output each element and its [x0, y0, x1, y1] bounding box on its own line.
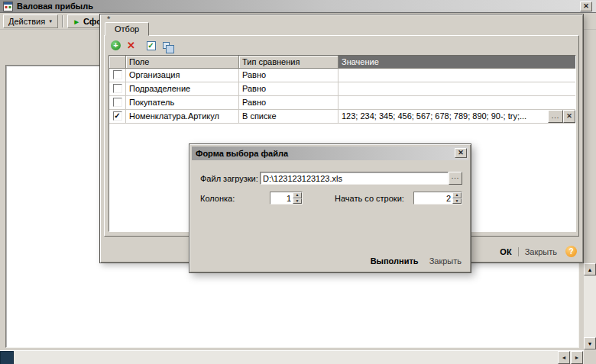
run-button[interactable]: Выполнить — [371, 256, 419, 266]
table-row[interactable]: Покупатель Равно — [109, 96, 575, 110]
cell-value — [338, 69, 575, 82]
dialog-title: Форма выбора файла — [196, 149, 288, 158]
cell-comparison: Равно — [239, 82, 338, 96]
actions-label: Действия — [8, 17, 45, 26]
play-icon: ► — [73, 18, 80, 26]
set-flags-button[interactable]: ✓ — [144, 39, 157, 52]
cell-comparison: Равно — [239, 96, 338, 110]
cell-field: Номенклатура.Артикул — [126, 110, 239, 124]
cell-value: 123; 234; 345; 456; 567; 678; 789; 890; … — [338, 110, 575, 124]
tab-otbor[interactable]: Отбор — [105, 22, 149, 36]
cell-field: Покупатель — [126, 96, 239, 110]
vscroll-up-button[interactable]: ▲ — [584, 263, 596, 275]
spin-up-button[interactable]: ▲ — [452, 192, 462, 198]
cell-value — [338, 96, 575, 110]
main-close-button[interactable]: ✕ — [580, 2, 592, 11]
actions-menu-button[interactable]: Действия ▼ — [3, 14, 58, 28]
close-icon: ✕ — [458, 149, 464, 157]
column-header-comparison[interactable]: Тип сравнения — [239, 56, 338, 69]
checkmark-icon: ✓ — [114, 111, 120, 120]
close-button[interactable]: Закрыть — [525, 247, 557, 256]
column-label: Колонка: — [200, 194, 235, 203]
cell-flag: ✓ — [109, 110, 126, 124]
cell-value — [338, 82, 575, 96]
cell-field: Подразделение — [126, 82, 239, 96]
table-row[interactable]: ✓ Номенклатура.Артикул В списке 123; 234… — [109, 110, 575, 124]
vertical-scrollbar[interactable]: ▲ ▼ — [584, 263, 596, 350]
table-row[interactable]: Организация Равно — [109, 69, 575, 82]
row-checkbox-checked[interactable]: ✓ — [113, 111, 122, 121]
vscroll-down-button[interactable]: ▼ — [584, 337, 596, 350]
column-header-field[interactable]: Поле — [126, 56, 239, 69]
cell-comparison: В списке — [239, 110, 338, 124]
cell-flag — [109, 82, 126, 96]
arrow-up-icon: ▲ — [588, 267, 593, 272]
column-header-value[interactable]: Значение — [338, 56, 575, 69]
dropdown-arrow-icon: ▼ — [48, 19, 53, 24]
main-window-title: Валовая прибыль — [17, 2, 93, 11]
column-spinner: ▲ ▼ — [270, 192, 303, 205]
browse-button[interactable]: ... — [449, 172, 462, 185]
add-row-button[interactable]: + — [109, 39, 122, 52]
row-checkbox[interactable] — [113, 70, 122, 79]
column-header-checkbox[interactable] — [109, 56, 126, 69]
filter-toolbar: + ✕ ✓ — [109, 39, 173, 52]
application-screen: Валовая прибыль ✕ Действия ▼ ► Сформ ◄ ►… — [0, 0, 596, 364]
start-row-spinner: ▲ ▼ — [413, 192, 462, 205]
spin-down-button[interactable]: ▼ — [293, 198, 302, 205]
delete-icon: ✕ — [127, 40, 135, 51]
column-input[interactable] — [270, 192, 293, 204]
table-row[interactable]: Подразделение Равно — [109, 82, 575, 96]
hscroll-right-button[interactable]: ► — [571, 351, 583, 364]
file-dialog: Форма выбора файла ✕ Файл загрузки: ... … — [189, 143, 471, 273]
dialog-buttons: Выполнить Закрыть — [371, 256, 462, 266]
help-button[interactable]: ? — [565, 246, 577, 257]
start-row-spin-buttons: ▲ ▼ — [452, 192, 462, 204]
cell-field: Организация — [126, 69, 239, 82]
spin-up-button[interactable]: ▲ — [293, 192, 302, 198]
row-checkbox[interactable] — [113, 98, 122, 107]
spin-down-button[interactable]: ▼ — [452, 198, 462, 205]
horizontal-scrollbar[interactable]: ◄ ► — [0, 350, 584, 364]
dialog-titlebar: Форма выбора файла ✕ — [192, 147, 468, 160]
value-clear-button[interactable]: ✕ — [563, 110, 575, 123]
dialog-close-text-button[interactable]: Закрыть — [429, 256, 462, 266]
file-path-input[interactable] — [260, 172, 449, 185]
start-row-input[interactable] — [414, 192, 452, 204]
ellipsis-icon: ... — [452, 172, 460, 180]
delete-row-button[interactable]: ✕ — [125, 39, 138, 52]
cell-comparison: Равно — [239, 69, 338, 82]
toolbar-separator — [62, 15, 63, 27]
hscroll-left-button[interactable]: ◄ — [558, 351, 570, 364]
value-text: 123; 234; 345; 456; 567; 678; 789; 890; … — [342, 111, 526, 121]
ok-button[interactable]: ОК — [500, 247, 511, 256]
hscroll-dark-block[interactable] — [0, 351, 14, 364]
start-row-label: Начать со строки: — [335, 194, 404, 203]
file-label: Файл загрузки: — [200, 174, 258, 183]
table-header: Поле Тип сравнения Значение — [109, 56, 575, 69]
arrow-down-icon: ▼ — [588, 341, 593, 346]
cell-flag — [109, 96, 126, 110]
arrow-left-icon: ◄ — [562, 355, 567, 360]
column-spin-buttons: ▲ ▼ — [293, 192, 302, 204]
main-titlebar: Валовая прибыль ✕ — [0, 0, 596, 13]
scrollbar-corner — [584, 350, 596, 364]
add-icon: + — [111, 40, 121, 50]
arrow-right-icon: ► — [575, 355, 580, 360]
copy-settings-button[interactable] — [160, 39, 173, 52]
row-checkbox[interactable] — [113, 84, 122, 93]
button-separator — [518, 247, 519, 256]
value-picker-button[interactable]: ... — [548, 110, 563, 123]
close-icon: ✕ — [583, 2, 589, 11]
filter-window-buttons: ОК Закрыть — [500, 247, 557, 256]
dialog-close-button[interactable]: ✕ — [455, 148, 467, 158]
check-flags-icon: ✓ — [147, 41, 156, 50]
copy-icon — [163, 42, 170, 49]
cell-flag — [109, 69, 126, 82]
report-window-icon — [3, 2, 13, 11]
